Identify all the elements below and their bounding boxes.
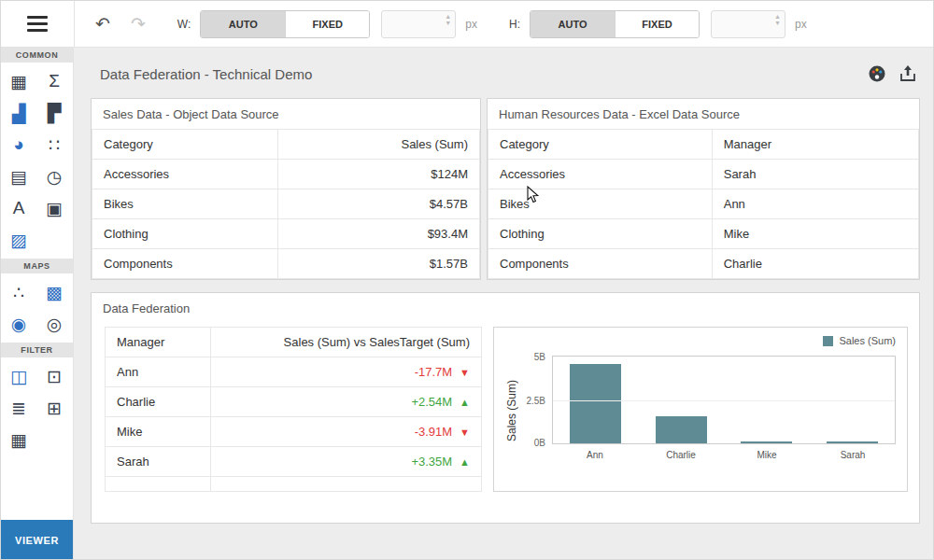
width-spinner-arrows[interactable]: ▲▼ bbox=[445, 13, 451, 26]
redo-button[interactable]: ↷ bbox=[131, 15, 146, 33]
chart-bar-mike[interactable] bbox=[741, 441, 792, 443]
category-cell: Accessories bbox=[92, 160, 278, 189]
bubble-map-icon[interactable]: ◎ bbox=[36, 308, 72, 340]
delta-cell: +3.35M▲ bbox=[210, 447, 481, 477]
delta-cell: -17.7M▼ bbox=[210, 357, 481, 387]
treeview-filter-icon[interactable]: ⊞ bbox=[36, 392, 72, 424]
y-tick: 0B bbox=[534, 438, 545, 448]
empty-cell bbox=[210, 477, 481, 492]
pivot-item-icon[interactable]: ▛ bbox=[36, 97, 72, 129]
viewer-button[interactable]: VIEWER bbox=[1, 520, 73, 560]
palette-icon[interactable] bbox=[868, 64, 886, 83]
height-auto-button[interactable]: AUTO bbox=[531, 11, 615, 37]
sidebar-section-label: COMMON bbox=[1, 48, 73, 63]
scatter-item-icon[interactable]: ∷ bbox=[36, 129, 72, 161]
gauge-item-icon[interactable]: ◷ bbox=[36, 161, 72, 192]
table-row[interactable]: Ann-17.7M▼ bbox=[106, 357, 482, 387]
delta-cell: -3.91M▼ bbox=[210, 417, 481, 447]
sidebar-sections: COMMON▦Σ▟▛◕∷▤◷A▣▨MAPS∴▩◉◎FILTER◫⊡≣⊞▦ bbox=[1, 48, 73, 458]
chart-item-icon[interactable]: ▟ bbox=[1, 97, 36, 129]
hr-col-category: Category bbox=[488, 130, 713, 160]
range-filter-icon[interactable]: ◫ bbox=[1, 360, 36, 392]
toolbar-separator bbox=[74, 1, 75, 47]
chart-bar-sarah[interactable] bbox=[827, 441, 878, 443]
sales-col-category: Category bbox=[92, 130, 278, 160]
hr-grid-panel: Human Resources Data - Excel Data Source… bbox=[487, 98, 920, 280]
down-triangle-icon: ▼ bbox=[460, 427, 470, 438]
table-row[interactable]: Components$1.57B bbox=[92, 249, 480, 279]
hr-table-body: AccessoriesSarahBikesAnnClothingMikeComp… bbox=[488, 160, 919, 279]
manager-cell: Mike bbox=[712, 219, 918, 249]
choropleth-map-icon[interactable]: ▩ bbox=[36, 276, 72, 308]
width-mode-toggle: AUTO FIXED bbox=[200, 10, 370, 38]
table-row[interactable]: ComponentsCharlie bbox=[488, 249, 919, 279]
menu-button[interactable] bbox=[1, 1, 74, 47]
y-axis-title: Sales (Sum) bbox=[505, 366, 518, 455]
y-tick: 2.5B bbox=[526, 395, 545, 405]
height-unit-label: px bbox=[795, 18, 807, 31]
date-filter-icon[interactable]: ▦ bbox=[1, 424, 36, 455]
listbox-filter-icon[interactable]: ≣ bbox=[1, 392, 36, 424]
sidebar-icon-grid: ▦Σ▟▛◕∷▤◷A▣▨ bbox=[1, 63, 73, 259]
chart-bar-ann[interactable] bbox=[570, 364, 621, 443]
height-value-input[interactable] bbox=[712, 11, 766, 37]
textbox-item-icon[interactable]: ▤ bbox=[1, 161, 36, 192]
pie-item-icon[interactable]: ◕ bbox=[1, 129, 36, 161]
grid-item-icon[interactable]: ▦ bbox=[1, 65, 36, 97]
manager-cell: Charlie bbox=[106, 387, 211, 417]
height-spinner-arrows[interactable]: ▲▼ bbox=[774, 13, 781, 26]
height-fixed-button[interactable]: FIXED bbox=[615, 11, 699, 37]
pie-map-icon[interactable]: ◉ bbox=[1, 308, 36, 340]
delta-value: -17.7M bbox=[415, 365, 452, 379]
chart-bars bbox=[552, 356, 896, 444]
sidebar-section-label: MAPS bbox=[1, 259, 73, 273]
category-cell: Clothing bbox=[92, 219, 278, 249]
delta-value: -3.91M bbox=[415, 425, 452, 439]
table-row[interactable]: Bikes$4.57B bbox=[92, 189, 480, 219]
legend-label: Sales (Sum) bbox=[839, 335, 896, 346]
sidebar-icon-grid: ∴▩◉◎ bbox=[1, 273, 73, 343]
table-row[interactable]: AccessoriesSarah bbox=[488, 160, 919, 189]
dashboard-title: Data Federation - Technical Demo bbox=[100, 66, 312, 82]
table-row[interactable]: Accessories$124M bbox=[92, 160, 480, 189]
width-value-input[interactable] bbox=[382, 11, 436, 37]
manager-cell: Ann bbox=[106, 357, 211, 387]
width-value-spinner: ▲▼ bbox=[381, 10, 456, 38]
down-triangle-icon: ▼ bbox=[460, 367, 470, 378]
sales-col-value: Sales (Sum) bbox=[278, 130, 480, 160]
table-row[interactable]: Charlie+2.54M▲ bbox=[106, 387, 482, 417]
table-row[interactable]: BikesAnn bbox=[488, 189, 919, 219]
category-cell: Accessories bbox=[488, 160, 713, 189]
delta-value: +2.54M bbox=[411, 395, 452, 409]
table-row[interactable]: ClothingMike bbox=[488, 219, 919, 249]
image-item-icon[interactable]: ▣ bbox=[36, 192, 72, 224]
category-cell: Clothing bbox=[488, 219, 713, 249]
dashboard-surface: Data Federation - Technical Demo bbox=[74, 48, 933, 560]
manager-cell: Charlie bbox=[712, 249, 918, 279]
geo-point-map-icon[interactable]: ∴ bbox=[1, 276, 36, 308]
category-cell: Components bbox=[488, 249, 713, 279]
combobox-filter-icon[interactable]: ⊡ bbox=[36, 360, 72, 392]
height-value-spinner: ▲▼ bbox=[711, 10, 785, 38]
card-item-icon[interactable]: Σ bbox=[36, 65, 72, 97]
table-row[interactable]: Clothing$93.4M bbox=[92, 219, 480, 249]
empty-cell bbox=[106, 477, 211, 492]
fed-col-manager: Manager bbox=[106, 328, 211, 357]
manager-cell: Sarah bbox=[106, 447, 211, 477]
bound-image-item-icon[interactable]: ▨ bbox=[1, 224, 36, 256]
table-row[interactable]: Mike-3.91M▼ bbox=[106, 417, 482, 447]
category-cell: Bikes bbox=[488, 189, 713, 219]
sales-value-cell: $4.57B bbox=[278, 189, 480, 219]
label-item-icon[interactable]: A bbox=[1, 192, 36, 224]
fed-col-delta: Sales (Sum) vs SalesTarget (Sum) bbox=[210, 328, 481, 357]
export-icon[interactable] bbox=[899, 64, 916, 83]
undo-button[interactable]: ↶ bbox=[95, 15, 110, 33]
width-auto-button[interactable]: AUTO bbox=[201, 11, 285, 37]
x-axis-label: Sarah bbox=[828, 450, 879, 460]
y-tick: 5B bbox=[534, 352, 545, 362]
width-fixed-button[interactable]: FIXED bbox=[285, 11, 369, 37]
table-row[interactable]: Sarah+3.35M▲ bbox=[106, 447, 482, 477]
chart-bar-charlie[interactable] bbox=[656, 416, 707, 443]
chart-legend: Sales (Sum) bbox=[505, 335, 896, 346]
up-triangle-icon: ▲ bbox=[460, 456, 470, 468]
